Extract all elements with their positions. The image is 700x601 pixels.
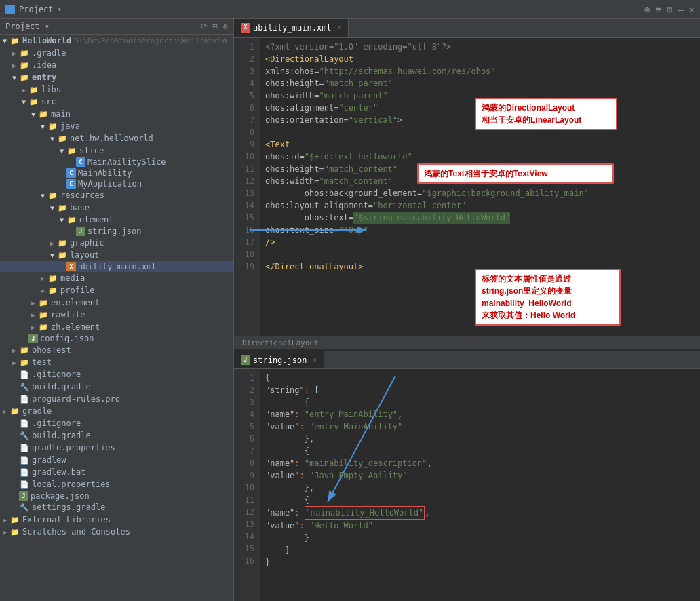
sidebar-item-gradlew[interactable]: ▶ 📄 gradlew <box>0 454 233 466</box>
arrow-icon: ▶ <box>28 299 38 307</box>
sidebar-item-media[interactable]: ▶ 📁 media <box>0 272 233 284</box>
sidebar-label: java <box>60 121 80 131</box>
folder-icon: 📁 <box>66 214 77 225</box>
json-code-line-9: "value": "Java_Empty_Ability" <box>265 469 695 482</box>
sidebar-item-gitignore2[interactable]: ▶ 📄 .gitignore <box>0 417 233 429</box>
sidebar-item-localprop[interactable]: ▶ 📄 local.properties <box>0 478 233 490</box>
sidebar-tree: ▼ 📁 HelloWorld D:\DevEcoStudioProjects\H… <box>0 35 233 513</box>
sidebar-item-base[interactable]: ▼ 📁 base <box>0 201 233 214</box>
sidebar-item-settings[interactable]: ▶ 🔧 settings.gradle <box>0 501 233 513</box>
sidebar-item-main[interactable]: ▼ 📁 main <box>0 108 233 120</box>
xml-code-line-15: ohos:text="$string:mainability_HelloWorl… <box>265 212 695 224</box>
sidebar-item-entry[interactable]: ▼ 📁 entry <box>0 71 233 83</box>
sidebar-item-mainabilityslice[interactable]: ▶ C MainAbilitySlice <box>0 157 233 168</box>
sidebar-label: local.properties <box>32 480 111 489</box>
sidebar-item-myapplication[interactable]: ▶ C MyApplication <box>0 178 233 189</box>
minus-icon[interactable]: — <box>678 4 683 15</box>
settings-icon[interactable]: ⚙ <box>223 22 228 31</box>
arrow-icon: ▼ <box>28 111 38 118</box>
sidebar-label: .gradle <box>32 48 66 58</box>
sidebar-item-en-element[interactable]: ▶ 📁 en.element <box>0 296 233 309</box>
sidebar-item-helloworld[interactable]: ▼ 📁 HelloWorld D:\DevEcoStudioProjects\H… <box>0 35 233 47</box>
sidebar-item-packagejson[interactable]: ▶ J package.json <box>0 490 233 501</box>
add-icon[interactable]: ⊕ <box>644 4 650 15</box>
sidebar-item-slice[interactable]: ▼ 📁 slice <box>0 144 233 157</box>
sidebar-item-external-libraries[interactable]: ▶ 📁 External Libraries <box>0 513 233 526</box>
sidebar-label: profile <box>60 286 95 295</box>
dropdown-arrow[interactable]: ▾ <box>58 5 62 13</box>
sidebar-item-buildgradle1[interactable]: ▶ 🔧 build.gradle <box>0 381 233 393</box>
sidebar-item-idea[interactable]: ▶ 📁 .idea <box>0 59 233 71</box>
sidebar-label: test <box>32 357 52 367</box>
xml-code-line-10: ohos:id="$+id:text_helloworld" <box>265 151 695 163</box>
sidebar-item-gradleprop[interactable]: ▶ 📄 gradle.properties <box>0 442 233 454</box>
sidebar-item-ohostest[interactable]: ▶ 📁 ohosTest <box>0 344 233 356</box>
sidebar-item-profile[interactable]: ▶ 📁 profile <box>0 284 233 296</box>
sidebar-item-config[interactable]: ▶ J config.json <box>0 333 233 344</box>
sidebar-item-test[interactable]: ▶ 📁 test <box>0 356 233 368</box>
line-num-19: 19 <box>239 260 254 273</box>
close-icon[interactable]: ✕ <box>689 4 695 15</box>
arrow-icon: ▼ <box>57 147 66 155</box>
arrow-icon: ▶ <box>9 50 19 57</box>
sidebar-label: rawfile <box>51 310 85 319</box>
sidebar-item-gradlewbat[interactable]: ▶ 📄 gradlew.bat <box>0 466 233 478</box>
editor-split: X ability_main.xml ✕ 1234567891011121314… <box>234 19 700 601</box>
arrow-icon: ▼ <box>47 135 57 142</box>
sidebar-item-nethw[interactable]: ▼ 📁 net.hw.helloworld <box>0 132 233 144</box>
sidebar-item-graphic[interactable]: ▶ 📁 graphic <box>0 237 233 249</box>
folder-icon: 📁 <box>47 121 58 132</box>
sidebar-item-resources[interactable]: ▼ 📁 resources <box>0 189 233 201</box>
arrow-icon: ▼ <box>47 204 57 212</box>
list-icon[interactable]: ≡ <box>655 4 661 15</box>
sidebar-item-layout[interactable]: ▼ 📁 layout <box>0 249 233 261</box>
sidebar-item-gitignore1[interactable]: ▶ 📄 .gitignore <box>0 368 233 381</box>
xml-tab-close[interactable]: ✕ <box>337 23 342 32</box>
sidebar-item-rawfile[interactable]: ▶ 📁 rawfile <box>0 309 233 321</box>
sidebar-item-element[interactable]: ▼ 📁 element <box>0 214 233 226</box>
tab-json[interactable]: J string.json ✕ <box>234 351 324 368</box>
json-code-line-10: }, <box>265 482 695 494</box>
sidebar-item-libs[interactable]: ▶ 📁 libs <box>0 83 233 96</box>
json-line-num-11: 11 <box>239 494 254 506</box>
json-file-icon: J <box>19 491 28 501</box>
json-code-line-1: { <box>265 372 695 384</box>
sidebar-label: src <box>41 97 56 106</box>
sidebar-label: .gitignore <box>32 370 81 379</box>
json-tab-close[interactable]: ✕ <box>312 355 317 364</box>
sidebar-item-scratches[interactable]: ▶ 📁 Scratches and Consoles <box>0 526 233 538</box>
sidebar-item-java[interactable]: ▼ 📁 java <box>0 120 233 132</box>
sidebar-item-buildgradle2[interactable]: ▶ 🔧 build.gradle <box>0 429 233 442</box>
json-line-num-6: 6 <box>239 433 254 445</box>
sidebar-label: string.json <box>88 227 141 236</box>
gear-icon[interactable]: ⚙ <box>667 4 672 15</box>
collapse-icon[interactable]: ⊟ <box>213 22 218 31</box>
sidebar-label: slice <box>79 146 104 155</box>
sidebar-item-abilityxml[interactable]: ▶ X ability_main.xml <box>0 261 233 272</box>
sidebar-item-gradle[interactable]: ▶ 📁 .gradle <box>0 47 233 59</box>
sidebar-item-proguard[interactable]: ▶ 📄 proguard-rules.pro <box>0 393 233 405</box>
line-num-2: 2 <box>239 53 254 65</box>
sidebar-item-stringjson[interactable]: ▶ J string.json <box>0 226 233 237</box>
folder-icon: 📁 <box>47 190 58 201</box>
sidebar-label: HelloWorld <box>22 36 71 45</box>
json-line-num-5: 5 <box>239 421 254 433</box>
json-line-num-7: 7 <box>239 445 254 457</box>
annotation-directionallayout: 鸿蒙的DirectionalLayout 相当于安卓的LinearLayout <box>475 98 617 130</box>
sync-icon[interactable]: ⟳ <box>201 22 208 31</box>
sidebar-item-zh-element[interactable]: ▶ 📁 zh.element <box>0 321 233 333</box>
arrow-icon: ▼ <box>47 252 57 259</box>
json-code-line-7: { <box>265 445 695 457</box>
folder-icon: 📁 <box>38 297 49 308</box>
json-line-num-14: 14 <box>239 530 254 543</box>
sidebar-label: proguard-rules.pro <box>32 394 120 404</box>
json-line-num-16: 16 <box>239 555 254 567</box>
tab-xml[interactable]: X ability_main.xml ✕ <box>234 19 349 37</box>
sidebar-item-mainability[interactable]: ▶ C MainAbility <box>0 168 233 178</box>
sidebar-item-src[interactable]: ▼ 📁 src <box>0 96 233 108</box>
json-code-line-3: { <box>265 396 695 408</box>
json-code-line-15: ] <box>265 544 695 556</box>
arrow-icon: ▶ <box>38 275 47 282</box>
sidebar-item-gradle-root[interactable]: ▶ 📁 gradle <box>0 405 233 417</box>
arrow-icon: ▼ <box>9 74 19 81</box>
